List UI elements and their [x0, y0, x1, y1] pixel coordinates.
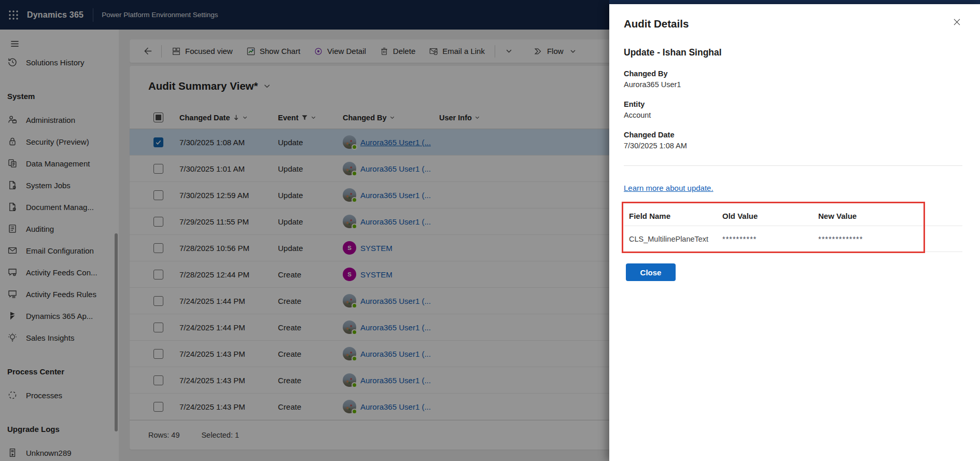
change-old-value: ********** [722, 235, 818, 243]
panel-field-label: Changed By [624, 69, 962, 78]
panel-field-label: Changed Date [624, 131, 962, 139]
change-new-value: ************* [818, 235, 962, 243]
change-table-row: CLS_MultilinePlaneText******************… [624, 226, 962, 252]
panel-title: Audit Details [624, 18, 689, 30]
panel-divider [624, 165, 962, 166]
audit-details-panel: Audit Details Update - Ishan Singhal Cha… [609, 4, 980, 461]
panel-field-changed-by: Changed ByAurora365 User1 [624, 69, 962, 89]
close-button[interactable]: Close [626, 263, 676, 281]
change-col-field-name: Field Name [629, 212, 722, 220]
panel-field-value: 7/30/2025 1:08 AM [624, 142, 962, 150]
change-col-old-value: Old Value [722, 212, 818, 220]
panel-close-button[interactable] [951, 17, 962, 30]
panel-field-value: Account [624, 111, 962, 119]
change-table-header: Field Name Old Value New Value [624, 206, 962, 226]
audit-record-title: Update - Ishan Singhal [624, 47, 962, 58]
change-col-new-value: New Value [818, 212, 962, 220]
close-x-icon [953, 18, 961, 26]
change-data-table: Field Name Old Value New Value CLS_Multi… [624, 206, 962, 252]
panel-field-entity: EntityAccount [624, 100, 962, 119]
learn-more-link[interactable]: Learn more about update. [624, 184, 713, 192]
panel-field-changed-date: Changed Date7/30/2025 1:08 AM [624, 131, 962, 150]
change-field-name: CLS_MultilinePlaneText [629, 235, 722, 243]
panel-field-value: Aurora365 User1 [624, 80, 962, 89]
panel-field-label: Entity [624, 100, 962, 108]
modal-dim-overlay [0, 0, 609, 461]
